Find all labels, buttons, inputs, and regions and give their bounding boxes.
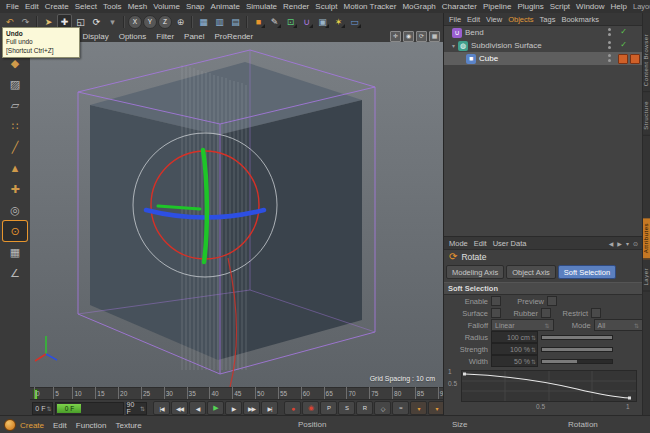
restrict-checkbox[interactable] [591,308,601,318]
pan-view-icon[interactable]: ✛ [390,31,401,42]
enabled-check-icon[interactable]: ✓ [620,40,627,49]
viewport-menu-item[interactable]: Panel [184,32,204,41]
next-key-button[interactable]: ▶▶ [243,401,260,415]
material-menu-item[interactable]: Create [20,421,44,430]
subdivision-surface-icon[interactable]: ⊡ [283,14,298,29]
start-frame-field[interactable]: 0 F ⇅ [32,402,53,415]
attribute-menu-item[interactable]: User Data [493,239,527,248]
spinner-icon[interactable]: ⇅ [531,334,536,341]
keyframe-selection-dropdown[interactable]: ▾ [410,401,427,415]
viewport-menu-item[interactable]: Options [119,32,147,41]
object-manager[interactable]: ∪ Bend ✓ ▾ ◍ Subdivision Surface ✓ ■ Cub… [444,26,643,237]
points-mode-icon[interactable]: ∷ [3,116,27,136]
menu-item[interactable]: Select [72,2,100,11]
next-frame-button[interactable]: ▶ [225,401,242,415]
record-pla-toggle[interactable]: ≈ [392,401,409,415]
menu-item[interactable]: Character [439,2,480,11]
workplane-snap-icon[interactable]: ▦ [3,242,27,262]
object-row-cube[interactable]: ■ Cube [444,52,643,65]
rotate-tool-icon[interactable]: ⟳ [89,14,104,29]
snap-icon[interactable]: ⊙ [3,221,27,241]
menu-item[interactable]: MoGraph [399,2,438,11]
object-manager-menu-item[interactable]: File [449,15,461,24]
viewport-menu-item[interactable]: Filter [156,32,174,41]
camera-icon[interactable]: ▣ [315,14,330,29]
attribute-menu-item[interactable]: Mode [449,239,468,248]
render-settings-icon[interactable]: ▤ [228,14,243,29]
light-icon[interactable]: ✶ [331,14,346,29]
object-manager-menu-item[interactable]: Objects [508,15,533,24]
menu-item[interactable]: Render [280,2,312,11]
visibility-dots[interactable] [608,41,611,49]
spinner-icon[interactable]: ⇅ [531,346,536,353]
menu-item[interactable]: Edit [22,2,42,11]
material-icon[interactable] [4,419,16,431]
enable-axis-icon[interactable]: ✚ [3,179,27,199]
material-menu-item[interactable]: Edit [53,421,67,430]
visibility-dots[interactable] [608,54,611,62]
record-position-toggle[interactable]: P [320,401,337,415]
record-rotation-toggle[interactable]: R [356,401,373,415]
object-manager-menu-item[interactable]: Edit [467,15,480,24]
goto-start-button[interactable]: |◀ [153,401,170,415]
width-field[interactable]: 50 % ⇅ [491,355,538,367]
falloff-dropdown[interactable]: Linear ⇅ [491,319,554,331]
material-menu-item[interactable]: Texture [116,421,142,430]
section-header[interactable]: Soft Selection [444,282,643,295]
strength-slider[interactable] [541,347,613,352]
play-button[interactable]: ▶ [207,401,224,415]
object-row-subdivision-surface[interactable]: ▾ ◍ Subdivision Surface ✓ [444,39,643,52]
surface-checkbox[interactable] [491,308,501,318]
power-slider[interactable]: 0 F [55,402,123,415]
dock-tab[interactable]: Structure [643,96,650,136]
expand-toggle-icon[interactable]: ▾ [452,42,455,49]
menu-item[interactable]: Script [547,2,573,11]
mode-dropdown[interactable]: All ⇅ [594,319,643,331]
preview-checkbox[interactable] [547,296,557,306]
current-frame-handle[interactable]: 0 F [57,404,81,413]
object-manager-menu-item[interactable]: Tags [540,15,556,24]
strength-field[interactable]: 100 % ⇅ [491,343,538,355]
dock-tab[interactable]: Layer [643,263,650,292]
toolbar-icon[interactable] [123,16,125,28]
record-parameter-toggle[interactable]: ◇ [374,401,391,415]
dock-tab[interactable]: Attributes [643,218,650,259]
object-manager-menu-item[interactable]: View [486,15,502,24]
scene-3d[interactable] [30,42,443,387]
radius-slider[interactable] [541,335,613,340]
last-tool-icon[interactable]: ▾ [105,14,120,29]
prev-frame-button[interactable]: ◀ [189,401,206,415]
lock-x-axis-button[interactable]: X [128,15,142,29]
toggle-views-icon[interactable]: ▦ [429,31,440,42]
curve-plot[interactable] [461,370,637,402]
history-icon[interactable]: ▾ [626,240,629,247]
width-slider[interactable] [541,359,613,364]
toolbar-icon[interactable] [191,16,193,28]
end-frame-field[interactable]: 90 F ⇅ [126,402,147,415]
lock-z-axis-button[interactable]: Z [158,15,172,29]
coordinate-system-icon[interactable]: ⊕ [173,14,188,29]
rubber-checkbox[interactable] [541,308,551,318]
enable-checkbox[interactable] [491,296,501,306]
nav-forward-icon[interactable]: ▶ [617,240,622,247]
render-view-icon[interactable]: ▦ [196,14,211,29]
dock-tab[interactable]: Content Browser [643,29,650,92]
spinner-icon[interactable]: ⇅ [46,405,51,412]
material-menu-item[interactable]: Function [76,421,107,430]
prev-key-button[interactable]: ◀◀ [171,401,188,415]
toolbar-icon[interactable] [36,16,38,28]
quantize-icon[interactable]: ∠ [3,263,27,283]
edges-mode-icon[interactable]: ╱ [3,137,27,157]
polygons-mode-icon[interactable]: ▲ [3,158,27,178]
visibility-dots[interactable] [608,28,611,36]
menu-item[interactable]: Animate [208,2,243,11]
falloff-curve-editor[interactable]: 1 0.5 0.5 1 [448,370,639,410]
enabled-check-icon[interactable]: ✓ [620,27,627,36]
bend-deformer-icon[interactable]: ∪ [299,14,314,29]
viewport-menu-item[interactable]: ProRender [215,32,254,41]
floor-icon[interactable]: ▭ [347,14,362,29]
menu-item[interactable]: Motion Tracker [341,2,400,11]
viewport-canvas[interactable]: Grid Spacing : 10 cm [30,42,443,387]
zoom-view-icon[interactable]: ◉ [403,31,414,42]
menu-item[interactable]: Tools [100,2,125,11]
